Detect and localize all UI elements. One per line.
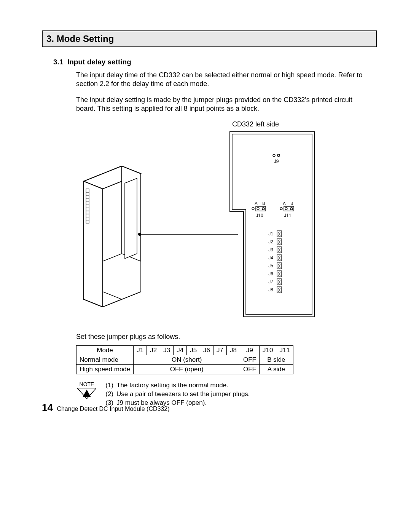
footer-title: Change Detect DC Input Module (CD332) — [57, 406, 169, 412]
th-j7: J7 — [213, 346, 227, 355]
table-header-row: Mode J1 J2 J3 J4 J5 J6 J7 J8 J9 J10 J11 — [76, 346, 293, 355]
svg-marker-6 — [125, 178, 137, 259]
jrow-label: J2 — [268, 239, 273, 244]
leader-line — [140, 234, 238, 235]
module-3d-icon — [76, 166, 152, 312]
j9-val: OFF — [240, 365, 260, 374]
jrow-label: J8 — [268, 287, 273, 292]
page-number: 14 — [42, 402, 53, 413]
pcb-diagram: J9 A B J10 A B — [228, 130, 316, 318]
subsection-heading: 3.1 Input delay setting — [53, 58, 377, 66]
j10-11-val: A side — [260, 365, 293, 374]
note-item: (2)Use a pair of tweezers to set the jum… — [103, 390, 250, 399]
mode-name: High speed mode — [76, 365, 134, 374]
th-j4: J4 — [174, 346, 187, 355]
note-label: NOTE — [76, 381, 97, 387]
j10-b: B — [262, 201, 265, 206]
jrow-label: J1 — [268, 231, 273, 236]
th-j1: J1 — [134, 346, 147, 355]
page-footer: 14 Change Detect DC Input Module (CD332) — [42, 402, 170, 414]
th-j8: J8 — [227, 346, 240, 355]
jrow-label: J4 — [268, 255, 273, 260]
section-heading: 3. Mode Setting — [46, 34, 372, 44]
svg-rect-7 — [86, 189, 89, 223]
th-j11: J11 — [276, 346, 293, 355]
j10-label: J10 — [256, 213, 263, 218]
section-heading-band: 3. Mode Setting — [42, 30, 377, 47]
th-j9: J9 — [240, 346, 260, 355]
table-row: Normal mode ON (short) OFF B side — [76, 355, 293, 365]
j1-8-val: ON (short) — [134, 355, 240, 365]
th-j6: J6 — [200, 346, 213, 355]
jumper-table: Mode J1 J2 J3 J4 J5 J6 J7 J8 J9 J10 J11 … — [76, 345, 293, 374]
jrow-label: J5 — [268, 263, 273, 268]
section-title: Mode Setting — [57, 34, 114, 44]
jrow-label: J6 — [268, 271, 273, 276]
j1-8-val: OFF (open) — [134, 365, 240, 374]
diagram-caption: CD332 left side — [232, 120, 279, 128]
th-j5: J5 — [187, 346, 200, 355]
set-instruction: Set these jumper plugs as follows. — [76, 333, 377, 341]
j10-11-val: B side — [260, 355, 293, 365]
svg-marker-53 — [83, 390, 91, 397]
j9-val: OFF — [240, 355, 260, 365]
diagram: CD332 left side — [76, 120, 377, 326]
paragraph-1: The input delay time of the CD332 can be… — [76, 71, 365, 88]
j11-label: J11 — [284, 213, 292, 218]
paragraph-2: The input delay setting is made by the j… — [76, 96, 365, 113]
svg-marker-5 — [103, 254, 141, 299]
note-item: (1)The factory setting is the normal mod… — [103, 381, 250, 390]
page: 3. Mode Setting 3.1 Input delay setting … — [0, 0, 411, 430]
note-icon: NOTE — [76, 381, 97, 401]
th-j10: J10 — [260, 346, 276, 355]
th-j3: J3 — [160, 346, 174, 355]
jrow-label: J3 — [268, 247, 273, 252]
th-mode: Mode — [76, 346, 134, 355]
jrow-label: J7 — [268, 279, 273, 284]
mode-name: Normal mode — [76, 355, 134, 365]
j9-label: J9 — [274, 159, 279, 164]
table-row: High speed mode OFF (open) OFF A side — [76, 365, 293, 374]
j10-a: A — [255, 201, 258, 206]
subsection-number: 3.1 — [53, 58, 63, 66]
section-number: 3. — [46, 34, 54, 44]
subsection-title: Input delay setting — [67, 58, 131, 66]
th-j2: J2 — [147, 346, 160, 355]
j11-a: A — [283, 201, 286, 206]
j11-b: B — [290, 201, 293, 206]
